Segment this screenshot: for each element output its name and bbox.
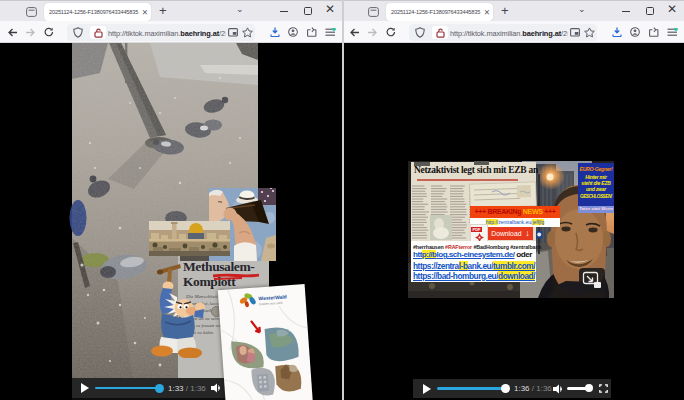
svg-text:WesterWald: WesterWald [258,293,287,301]
svg-text:Erleben was zählt: Erleben was zählt [259,301,283,307]
